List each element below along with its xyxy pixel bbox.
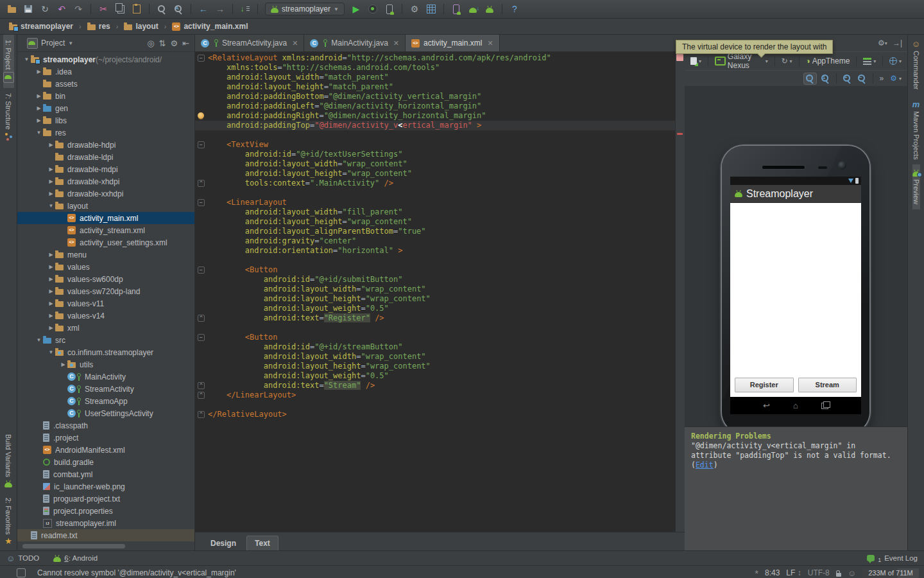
- fold-marker[interactable]: −: [198, 334, 205, 341]
- tree-item-drawable-xxhdpi[interactable]: ▶drawable-xxhdpi: [17, 188, 194, 200]
- code-line[interactable]: android:layout_height="wrap_content": [195, 294, 676, 304]
- tool-tab-build-variants[interactable]: Build Variants: [4, 429, 12, 492]
- tree-item-build-gradle[interactable]: build.gradle: [17, 456, 194, 468]
- close-tab-icon[interactable]: ✕: [487, 39, 493, 48]
- actual-size-button[interactable]: 1: [819, 73, 832, 84]
- tool-tab-commander[interactable]: ☺Commander: [912, 35, 920, 95]
- tree-item-layout[interactable]: ▼layout: [17, 200, 194, 212]
- tree-item-ic-launcher-web-png[interactable]: ic_launcher-web.png: [17, 480, 194, 493]
- edit-link[interactable]: Edit: [696, 460, 714, 469]
- code-line[interactable]: android:layout_height="wrap_content": [195, 217, 676, 227]
- tree-item-values-sw720dp-land[interactable]: ▶values-sw720dp-land: [17, 285, 194, 297]
- code-line[interactable]: ^ tools:context=".MainActivity" />: [195, 179, 676, 188]
- code-line[interactable]: android:layout_width="wrap_content": [195, 159, 676, 169]
- copy-icon[interactable]: [112, 2, 128, 16]
- fold-marker[interactable]: −: [198, 55, 205, 62]
- sdk-manager-wrench-icon[interactable]: ⚙: [407, 2, 422, 16]
- tree-item-activity-user-settings-xml[interactable]: <>activity_user_settings.xml: [17, 236, 194, 249]
- code-line[interactable]: android:layout_weight="0.5": [195, 304, 676, 313]
- avd-manager-icon[interactable]: [449, 2, 464, 16]
- memory-indicator[interactable]: 233M of 711M: [862, 568, 919, 578]
- editor-mode-tab-text[interactable]: Text: [246, 536, 278, 550]
- tree-item-androidmanifest-xml[interactable]: <>AndroidManifest.xml: [17, 444, 194, 456]
- tree-item--project[interactable]: .project: [17, 432, 194, 444]
- code-line[interactable]: − <Button: [195, 333, 676, 342]
- collapse-all-icon[interactable]: ⇅: [159, 39, 166, 48]
- intention-bulb-icon[interactable]: [198, 112, 204, 119]
- code-line[interactable]: android:paddingLeft="@dimen/activity_hor…: [195, 101, 676, 111]
- todo-tab[interactable]: ☺ TODO: [6, 554, 39, 563]
- replace-icon[interactable]: A: [171, 2, 186, 16]
- code-line[interactable]: android:layout_height="wrap_content": [195, 169, 676, 179]
- code-line[interactable]: android:layout_height="match_parent": [195, 82, 676, 92]
- code-line[interactable]: − <Button: [195, 265, 676, 275]
- forward-icon[interactable]: →: [212, 2, 228, 16]
- run-icon[interactable]: ▶: [348, 2, 364, 16]
- tree-item-bin[interactable]: ▶bin: [17, 90, 194, 102]
- code-line[interactable]: ^</RelativeLayout>: [195, 410, 676, 419]
- code-line[interactable]: android:id="@+id/textUserSettings": [195, 150, 676, 159]
- tree-item-libs[interactable]: ▶libs: [17, 114, 194, 127]
- code-line[interactable]: −<RelativeLayout xmlns:android="http://s…: [195, 53, 676, 63]
- update-project-icon[interactable]: [237, 2, 253, 16]
- editor-tab-mainactivity-java[interactable]: CMainActivity.java✕: [304, 35, 406, 51]
- code-line[interactable]: android:orientation="horizontal" >: [195, 246, 676, 256]
- tree-item-gen[interactable]: ▶gen: [17, 102, 194, 114]
- help-icon[interactable]: ?: [507, 2, 522, 16]
- find-icon[interactable]: [154, 2, 169, 16]
- save-all-icon[interactable]: [21, 2, 36, 16]
- tree-item-values[interactable]: ▶values: [17, 261, 194, 273]
- tree-item-drawable-mdpi[interactable]: ▶drawable-mdpi: [17, 163, 194, 175]
- code-line[interactable]: [195, 188, 676, 198]
- preview-settings-gear-icon[interactable]: ⚙: [878, 39, 885, 47]
- tool-tab-project[interactable]: 1: Project: [3, 35, 14, 88]
- attach-debugger-icon[interactable]: [382, 2, 397, 16]
- android-monitor-icon[interactable]: [482, 2, 497, 16]
- code-line[interactable]: ^ </LinearLayout>: [195, 390, 676, 400]
- editor-tab-streamactivity-java[interactable]: CStreamActivity.java✕: [195, 35, 304, 51]
- sdk-download-icon[interactable]: [465, 2, 481, 16]
- code-line[interactable]: ^ android:text="Stream" />: [195, 381, 676, 390]
- undo-icon[interactable]: ↶: [54, 2, 69, 16]
- code-line[interactable]: android:gravity="center": [195, 236, 676, 246]
- preview-canvas[interactable]: Streamoplayer RegisterStream ↩ ⌂: [685, 87, 907, 426]
- debug-icon[interactable]: [365, 2, 381, 16]
- project-view-dropdown[interactable]: ▼: [68, 40, 73, 46]
- code-editor[interactable]: −<RelativeLayout xmlns:android="http://s…: [195, 53, 676, 419]
- orientation-button[interactable]: ↻▾: [779, 56, 794, 66]
- move-panel-icon[interactable]: →|: [893, 39, 902, 47]
- tree-item-res[interactable]: ▼res: [17, 127, 194, 139]
- code-line[interactable]: android:layout_width="wrap_content": [195, 352, 676, 362]
- fold-end-marker[interactable]: ^: [198, 180, 205, 187]
- tree-item-readme-txt[interactable]: readme.txt: [17, 529, 194, 541]
- editor-mode-tab-design[interactable]: Design: [203, 536, 244, 550]
- tree-item-streamoapp[interactable]: CStreamoApp: [17, 395, 194, 407]
- encoding-selector[interactable]: UTF-8: [808, 568, 830, 577]
- run-configuration-selector[interactable]: streamoplayer▼: [265, 3, 345, 15]
- tool-tab-maven[interactable]: mMaven Projects: [912, 95, 920, 165]
- code-line[interactable]: ^ android:text="Register" />: [195, 313, 676, 323]
- code-line[interactable]: android:id="@+id/streamButton": [195, 342, 676, 352]
- layout-variant-button[interactable]: ▾: [861, 57, 878, 66]
- theme-button[interactable]: ◑ AppTheme: [803, 55, 851, 67]
- breadcrumb-item[interactable]: <>activity_main.xml: [169, 21, 250, 31]
- code-line[interactable]: android:layout_width="fill_parent": [195, 207, 676, 217]
- tree-item--classpath[interactable]: .classpath: [17, 419, 194, 432]
- editor-error-stripe[interactable]: [675, 52, 685, 532]
- locale-button[interactable]: ▾: [887, 56, 903, 66]
- hide-panel-icon[interactable]: ⇤: [182, 39, 189, 48]
- back-icon[interactable]: ←: [196, 2, 211, 16]
- android-tool-tab[interactable]: 6: Android: [53, 554, 98, 562]
- open-file-icon[interactable]: [4, 2, 19, 16]
- code-line[interactable]: android:paddingBottom="@dimen/activity_v…: [195, 92, 676, 101]
- error-stripe-mark[interactable]: [677, 133, 683, 135]
- tree-item-values-v11[interactable]: ▶values-v11: [17, 297, 194, 310]
- fold-marker[interactable]: −: [198, 141, 205, 148]
- zoom-in-button[interactable]: +: [841, 73, 853, 84]
- tree-item-menu[interactable]: ▶menu: [17, 249, 194, 261]
- tree-item-activity-stream-xml[interactable]: <>activity_stream.xml: [17, 224, 194, 236]
- tree-item-streamoplayer[interactable]: ▼streamoplayer (~/projects/android/: [17, 53, 194, 66]
- tree-item-project-properties[interactable]: project.properties: [17, 505, 194, 517]
- tool-tab-favorites[interactable]: 2: Favorites★: [4, 493, 12, 550]
- tree-item-activity-main-xml[interactable]: <>activity_main.xml: [17, 212, 194, 224]
